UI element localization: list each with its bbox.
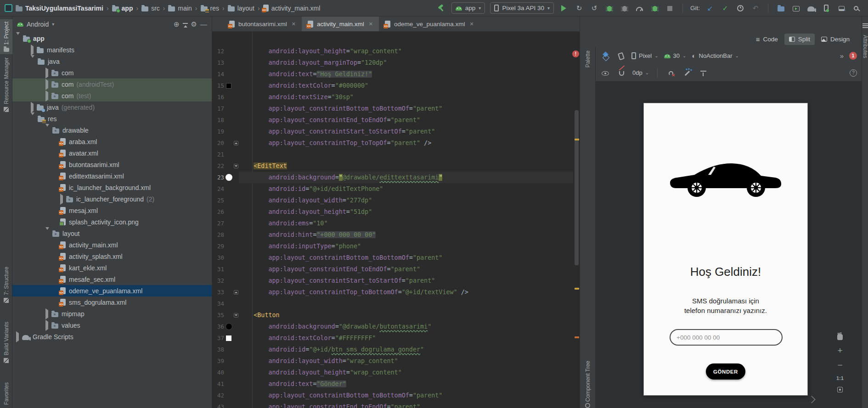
tree-item-edittexttasarimi-xml[interactable]: edittexttasarimi.xml (12, 170, 212, 182)
car-image[interactable] (668, 157, 783, 201)
tree-item-ic-launcher-background-xml[interactable]: ic_launcher_background.xml (12, 182, 212, 193)
autoconnect-button[interactable] (616, 68, 626, 78)
tree-expanded-arrow-icon[interactable] (31, 58, 34, 65)
tree-item-com[interactable]: com (12, 67, 212, 78)
sidebar-item-favorites[interactable]: Favorites☆ (0, 380, 12, 408)
code-line[interactable]: 26 android:layout_height="51dp" (212, 206, 573, 218)
code-line[interactable]: 19 app:layout_constraintStart_toStartOf=… (212, 126, 573, 137)
component-tree-tab[interactable]: Component Tree (585, 361, 591, 402)
code-line[interactable]: 39 android:layout_width="wrap_content" (212, 355, 573, 367)
gradle-sync-button[interactable] (806, 3, 816, 13)
welcome-title-text[interactable]: Hoş Geldiniz! (644, 265, 807, 279)
hide-panel-button[interactable]: — (200, 21, 207, 28)
fold-marker-icon[interactable] (234, 290, 238, 295)
code-line[interactable]: 38 android:id="@+id/btn_sms_dogrulama_go… (212, 344, 573, 355)
editor-scrollbar[interactable] (575, 110, 579, 265)
tree-item-kart-ekle-xml[interactable]: kart_ekle.xml (12, 262, 212, 274)
tree-item-drawable[interactable]: drawable (12, 124, 212, 136)
phone-number-input[interactable]: +000 000 00 00 (670, 329, 783, 346)
tree-item-ic-launcher-foreground[interactable]: ic_launcher_foreground(2) (12, 193, 212, 205)
palette-tab[interactable]: Palette (585, 50, 591, 67)
sdk-manager-button[interactable] (836, 3, 846, 13)
attributes-tab[interactable]: Attributes (862, 35, 868, 58)
tree-item-com[interactable]: com(androidTest) (12, 78, 212, 90)
pan-hand-icon[interactable] (837, 334, 843, 340)
view-options-button[interactable] (600, 50, 610, 61)
collapse-all-button[interactable] (183, 23, 188, 28)
orientation-button[interactable] (616, 50, 626, 61)
mode-tab-code[interactable]: ≡Code (751, 34, 783, 45)
zoom-to-fit-icon[interactable] (837, 387, 843, 392)
code-line[interactable]: 41 android:text="Gönder" (212, 378, 573, 390)
pack-margin-button[interactable] (698, 68, 708, 78)
run-tool-window-button[interactable] (791, 3, 801, 13)
breadcrumb-item[interactable]: app (112, 5, 133, 12)
device-manager-button[interactable] (821, 3, 831, 13)
git-commit-button[interactable]: ✓ (720, 3, 730, 13)
theme-select[interactable]: ◐ NoActionBar ⌄ (692, 52, 738, 59)
tree-collapsed-arrow-icon[interactable] (31, 104, 34, 111)
code-line[interactable]: 28 android:hint="+000 000 00 00" (212, 229, 573, 240)
tree-item-values[interactable]: values (12, 319, 212, 331)
sms-instruction-text[interactable]: SMS doğrulaması için telefon numaranızı … (644, 296, 807, 315)
sidebar-item--project[interactable]: 1: Project (0, 19, 12, 54)
breadcrumb-item[interactable]: layout (228, 5, 254, 12)
code-line[interactable]: 25 android:layout_width="277dp" (212, 195, 573, 206)
project-view-selector[interactable]: Android (27, 21, 49, 28)
profile-button[interactable] (620, 3, 630, 13)
code-line[interactable]: 12 android:layout_height="wrap_content" (212, 45, 573, 57)
tree-item-avatar-xml[interactable]: avatar.xml (12, 147, 212, 159)
tree-item-activity-main-xml[interactable]: activity_main.xml (12, 239, 212, 251)
git-history-button[interactable] (735, 3, 745, 13)
tree-collapsed-arrow-icon[interactable] (31, 46, 34, 54)
tree-expanded-arrow-icon[interactable] (45, 230, 49, 237)
default-margin-select[interactable]: 0dp ⌄ (632, 69, 649, 76)
tree-item-activity-splash-xml[interactable]: activity_splash.xml (12, 251, 212, 262)
breadcrumb-item[interactable]: activity_main.xml (263, 5, 321, 12)
search-everywhere-button[interactable] (851, 3, 862, 13)
tree-item-res[interactable]: res (12, 113, 212, 124)
device-select[interactable]: Pixel 3a API 30 ▾ (490, 2, 554, 14)
api-level-select[interactable]: 30 ⌄ (664, 52, 687, 59)
settings-button[interactable]: ⚙ (191, 21, 197, 28)
preview-device-select[interactable]: Pixel ⌄ (631, 52, 659, 59)
tree-item-butontasarimi-xml[interactable]: butontasarimi.xml (12, 159, 212, 170)
git-update-button[interactable]: ↙ (705, 3, 715, 13)
tree-item-mipmap[interactable]: mipmap (12, 308, 212, 319)
tree-collapsed-arrow-icon[interactable] (45, 69, 48, 77)
tree-expanded-arrow-icon[interactable] (16, 35, 20, 42)
close-icon[interactable]: ✕ (470, 21, 474, 27)
tree-item-gradle-scripts[interactable]: Gradle Scripts (12, 331, 212, 342)
tree-item-manifests[interactable]: manifests (12, 44, 212, 56)
fold-marker-icon[interactable] (234, 141, 238, 145)
help-button[interactable]: ? (850, 69, 857, 77)
breadcrumb-item[interactable]: res (201, 5, 219, 12)
run-button[interactable] (559, 3, 569, 13)
code-line[interactable]: 34 (212, 298, 573, 309)
breadcrumb-item[interactable]: TaksiUygulamasiTasarimi (16, 5, 103, 12)
design-surface[interactable]: Hoş Geldiniz! SMS doğrulaması için telef… (596, 82, 862, 408)
zoom-in-button[interactable]: + (837, 346, 842, 355)
code-line[interactable]: 35 <Button (212, 309, 573, 321)
build-hammer-button[interactable] (436, 3, 446, 13)
issue-count-badge[interactable]: 1 (849, 52, 857, 60)
tree-item-java[interactable]: java (12, 56, 212, 67)
close-icon[interactable]: ✕ (292, 21, 296, 27)
tree-item-app[interactable]: app (12, 33, 212, 44)
code-line[interactable]: 18 app:layout_constraintEnd_toEndOf="par… (212, 114, 573, 126)
warning-stripe-mark[interactable] (575, 288, 579, 290)
tree-item-mesafe-sec-xml[interactable]: mesafe_sec.xml (12, 274, 212, 285)
infer-constraints-button[interactable] (682, 68, 692, 78)
tree-collapsed-arrow-icon[interactable] (45, 322, 48, 329)
code-line[interactable]: 33 app:layout_constraintTop_toBottomOf="… (212, 286, 573, 298)
code-line[interactable]: 29 android:inputType="phone" (212, 240, 573, 252)
code-line[interactable]: 43 app:layout_constraintEnd_toEndOf="par… (212, 401, 573, 408)
tree-collapsed-arrow-icon[interactable] (45, 310, 48, 318)
fold-marker-icon[interactable] (234, 313, 238, 318)
code-line[interactable]: 24 android:id="@+id/editTextPhone" (212, 183, 573, 195)
apply-changes-button[interactable]: ↻ (574, 3, 584, 13)
code-line[interactable]: 40 android:layout_height="wrap_content" (212, 367, 573, 378)
code-line[interactable]: 31 app:layout_constraintEnd_toEndOf="par… (212, 263, 573, 275)
error-indicator[interactable]: ! (572, 50, 579, 57)
zoom-actual-button[interactable]: 1:1 (836, 375, 844, 381)
